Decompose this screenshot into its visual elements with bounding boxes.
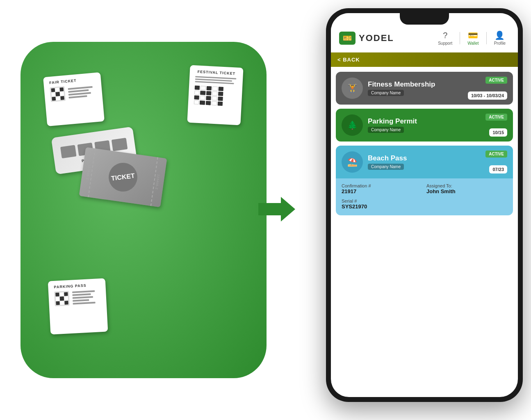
nav-support[interactable]: ? Support [434, 29, 456, 47]
fitness-company-badge: Company Name [368, 90, 404, 96]
beach-company-badge: Company Name [368, 164, 404, 170]
raffle-ticket: 123456-Z 123456-Z TICKET [79, 147, 167, 208]
green-blob: FAIR TICKET FESTIVAL TICKET [21, 42, 267, 378]
serial-detail: Serial # SYS21970 [342, 199, 422, 210]
confirmation-label: Confirmation # [342, 183, 422, 188]
parking-date-badge: 10/15 [489, 128, 507, 137]
beach-card-details: Confirmation # 21917 Assigned To: John S… [336, 178, 513, 215]
beach-icon: ⛱️ [347, 157, 358, 167]
parking-card-header: 🌲 Parking Permit Company Name ACTIVE 10/… [336, 109, 513, 142]
nav-divider-1 [460, 32, 460, 44]
nav-wallet[interactable]: 💳 Wallet [463, 29, 483, 47]
parking-icon: 🌲 [347, 120, 358, 130]
fitness-icon-circle: 🏋️ [342, 78, 363, 99]
profile-label: Profile [494, 41, 506, 46]
festival-ticket: FESTIVAL TICKET [187, 65, 243, 126]
app-logo: 🎫 YODEL [339, 32, 394, 45]
parking-company-badge: Company Name [368, 127, 404, 133]
nav-divider-2 [486, 32, 487, 44]
right-arrow-icon [258, 197, 295, 221]
header-nav: ? Support 💳 Wallet 👤 Profile [434, 29, 510, 47]
back-label: < BACK [337, 57, 360, 63]
assigned-detail: Assigned To: John Smith [426, 183, 507, 194]
confirmation-detail: Confirmation # 21917 [342, 183, 422, 194]
raffle-stamp: TICKET [107, 161, 139, 193]
parking-icon-circle: 🌲 [342, 114, 363, 136]
logo-icon: 🎫 [339, 32, 356, 45]
profile-icon: 👤 [495, 30, 505, 40]
assigned-label: Assigned To: [426, 183, 507, 188]
serial-label: Serial # [342, 199, 422, 203]
back-bar[interactable]: < BACK [331, 52, 518, 67]
cards-area: 🏋️ Fitness Membership Company Name ACTIV… [331, 67, 518, 220]
parking-card[interactable]: 🌲 Parking Permit Company Name ACTIVE 10/… [336, 109, 513, 142]
support-label: Support [438, 41, 452, 46]
serial-value: SYS21970 [342, 203, 422, 210]
beach-details-grid: Confirmation # 21917 Assigned To: John S… [342, 183, 507, 210]
wallet-icon: 💳 [468, 30, 478, 40]
fitness-date-badge: 10/03 - 10/03/24 [468, 91, 507, 100]
logo-text: YODEL [359, 33, 394, 43]
fair-ticket: FAIR TICKET [43, 72, 105, 126]
fitness-active-badge: ACTIVE [485, 77, 507, 84]
beach-card[interactable]: ⛱️ Beach Pass Company Name ACTIVE 07/23 … [336, 146, 513, 215]
parking-pass: PARKING PASS [48, 278, 108, 334]
assigned-value: John Smith [426, 188, 507, 194]
fitness-icon: 🏋️ [347, 83, 358, 93]
svg-marker-0 [258, 197, 295, 221]
arrow-container [258, 197, 295, 223]
left-section: FAIR TICKET FESTIVAL TICKET [0, 0, 287, 420]
beach-card-header: ⛱️ Beach Pass Company Name ACTIVE 07/23 [336, 146, 513, 178]
support-icon: ? [443, 31, 447, 40]
phone-frame: 🎫 YODEL ? Support 💳 Wallet 👤 [326, 8, 523, 402]
fitness-card-header: 🏋️ Fitness Membership Company Name ACTIV… [336, 72, 513, 105]
beach-active-badge: ACTIVE [485, 151, 507, 158]
fitness-card[interactable]: 🏋️ Fitness Membership Company Name ACTIV… [336, 72, 513, 105]
beach-icon-circle: ⛱️ [342, 151, 363, 173]
phone-container: 🎫 YODEL ? Support 💳 Wallet 👤 [326, 8, 523, 410]
phone-notch [400, 13, 449, 25]
beach-date-badge: 07/23 [489, 165, 507, 173]
parking-active-badge: ACTIVE [485, 114, 507, 121]
confirmation-value: 21917 [342, 188, 422, 194]
nav-profile[interactable]: 👤 Profile [490, 29, 510, 47]
wallet-label: Wallet [467, 41, 479, 46]
phone-screen: 🎫 YODEL ? Support 💳 Wallet 👤 [331, 13, 518, 397]
